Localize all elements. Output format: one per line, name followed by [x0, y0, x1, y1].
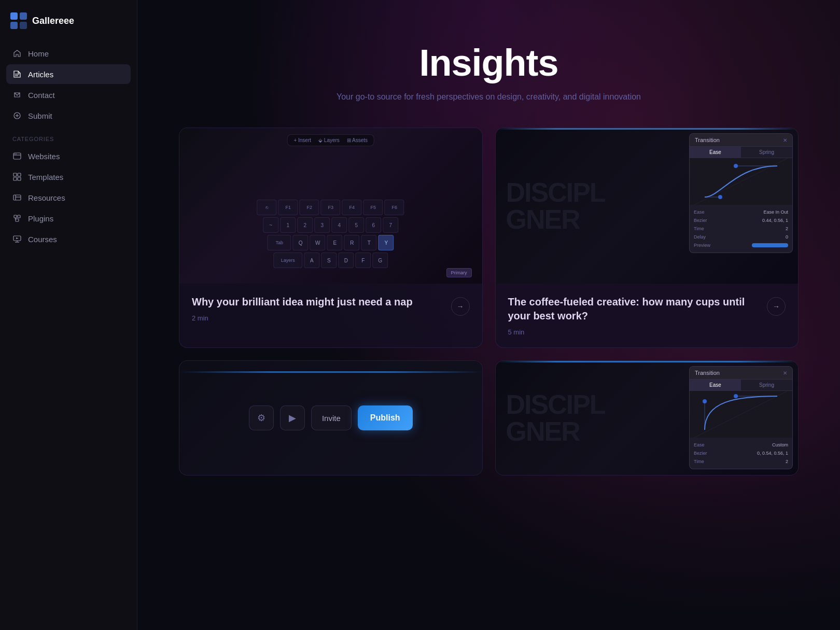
page-title: Insights [179, 41, 799, 84]
ease-label: Ease [694, 209, 705, 215]
articles-grid: + Insert ⬙ Layers ⊞ Assets ⎋ F1 F2 F3 [179, 128, 799, 475]
plugins-label: Plugins [28, 214, 53, 223]
delay-label: Delay [694, 234, 706, 240]
time-label: Time [694, 226, 704, 231]
panel-tabs: Ease Spring [690, 147, 792, 158]
article-image-2: DISCIPLGNER Transition ✕ Ease Spring [496, 128, 799, 284]
svg-rect-3 [20, 22, 27, 29]
key: Q [293, 235, 309, 250]
key-tab: Tab [268, 235, 291, 250]
bezier-value-2: 0, 0.54, 0.56, 1 [757, 451, 788, 456]
submit-icon [12, 111, 22, 120]
key: F2 [300, 200, 319, 215]
article-text-1: Why your brilliant idea might just need … [192, 295, 443, 322]
bezier-svg [690, 158, 792, 205]
toolbar-layers: ⬙ Layers [318, 137, 340, 143]
sidebar-item-contact[interactable]: Contact [6, 85, 131, 105]
panel-tab-ease-2[interactable]: Ease [690, 380, 741, 390]
svg-point-13 [16, 153, 17, 155]
svg-rect-17 [18, 177, 21, 180]
toolbar-assets: ⊞ Assets [347, 137, 368, 143]
panel-close[interactable]: ✕ [783, 137, 787, 143]
key: 1 [280, 217, 296, 233]
resources-icon [12, 193, 22, 202]
articles-label: Articles [28, 70, 53, 79]
play-button: ▶ [280, 405, 305, 430]
panel-header: Transition ✕ [690, 134, 792, 147]
key-layers-label: Layers [273, 253, 302, 268]
sidebar-item-templates[interactable]: Templates [6, 167, 131, 187]
publish-background: ⚙ ▶ Invite Publish [179, 361, 482, 475]
panel-row-preview: Preview [694, 241, 788, 249]
svg-rect-2 [10, 22, 18, 29]
article-card-1[interactable]: + Insert ⬙ Layers ⊞ Assets ⎋ F1 F2 F3 [179, 128, 483, 348]
sidebar-item-submit[interactable]: Submit [6, 106, 131, 125]
article-time-2: 5 min [508, 328, 759, 336]
article-text-2: The coffee-fueled creative: how many cup… [508, 295, 759, 336]
svg-rect-15 [18, 173, 21, 176]
article-title-1: Why your brilliant idea might just need … [192, 295, 443, 309]
sidebar-item-home[interactable]: Home [6, 44, 131, 63]
panel-tab-ease[interactable]: Ease [690, 147, 741, 158]
sidebar-item-articles[interactable]: Articles [6, 64, 131, 84]
submit-label: Submit [28, 111, 52, 120]
sidebar-item-resources[interactable]: Resources [6, 188, 131, 207]
panel-tab-spring-2[interactable]: Spring [741, 380, 792, 390]
svg-rect-18 [13, 195, 21, 200]
courses-icon [12, 234, 22, 244]
blue-line [496, 128, 799, 130]
time-value-2: 2 [786, 459, 788, 464]
keyboard-keys: ⎋ F1 F2 F3 F4 F5 F6 ~ 1 2 [198, 200, 464, 268]
contact-icon [12, 90, 22, 100]
key: D [338, 253, 354, 268]
svg-rect-14 [13, 173, 17, 176]
article-info-2: The coffee-fueled creative: how many cup… [496, 284, 799, 347]
page-header: Insights Your go-to source for fresh per… [179, 41, 799, 102]
bezier-svg-2 [690, 391, 792, 438]
svg-rect-16 [13, 177, 17, 180]
sidebar-item-courses[interactable]: Courses [6, 229, 131, 249]
key: 2 [297, 217, 313, 233]
preview-label: Preview [694, 243, 710, 248]
sidebar: Gallereee Home Articles [0, 0, 137, 630]
key: E [327, 235, 343, 250]
key: W [310, 235, 326, 250]
key: 3 [314, 217, 330, 233]
categories-nav: Websites Templates [0, 146, 137, 249]
article-info-1: Why your brilliant idea might just need … [179, 284, 482, 333]
ease-value-2: Custom [772, 442, 788, 447]
article-card-2[interactable]: DISCIPLGNER Transition ✕ Ease Spring [495, 128, 799, 348]
key: T [361, 235, 377, 250]
article-card-3[interactable]: ⚙ ▶ Invite Publish [179, 360, 483, 475]
templates-label: Templates [28, 173, 63, 181]
logo: Gallereee [0, 12, 137, 44]
page-subtitle: Your go-to source for fresh perspectives… [179, 92, 799, 102]
panel-row-delay: Delay 0 [694, 233, 788, 241]
publish-buttons: ⚙ ▶ Invite Publish [249, 405, 413, 430]
bezier-label-2: Bezier [694, 451, 707, 456]
panel-title: Transition [695, 137, 720, 143]
key: 6 [366, 217, 381, 233]
key: ⎋ [257, 200, 277, 215]
panel-tab-spring[interactable]: Spring [741, 147, 792, 158]
contact-label: Contact [28, 91, 55, 100]
panel-close-2[interactable]: ✕ [783, 370, 787, 376]
key: F1 [278, 200, 298, 215]
panel-header-2: Transition ✕ [690, 367, 792, 380]
keyboard-background: + Insert ⬙ Layers ⊞ Assets ⎋ F1 F2 F3 [179, 128, 482, 284]
blue-line-2 [496, 361, 799, 362]
article-arrow-2[interactable]: → [767, 297, 786, 316]
svg-rect-1 [20, 12, 27, 20]
panel-row-time-2: Time 2 [694, 457, 788, 466]
figma-toolbar: + Insert ⬙ Layers ⊞ Assets [287, 134, 374, 146]
key: F6 [385, 200, 404, 215]
sidebar-item-websites[interactable]: Websites [6, 146, 131, 166]
svg-rect-21 [14, 215, 17, 218]
article-card-4[interactable]: DISCIPLGNER Transition ✕ Ease Spring [495, 360, 799, 475]
websites-icon [12, 151, 22, 161]
articles-icon [12, 69, 22, 79]
main-content: Insights Your go-to source for fresh per… [137, 0, 840, 630]
key-highlighted: Y [379, 235, 394, 250]
sidebar-item-plugins[interactable]: Plugins [6, 208, 131, 228]
article-arrow-1[interactable]: → [451, 297, 470, 316]
